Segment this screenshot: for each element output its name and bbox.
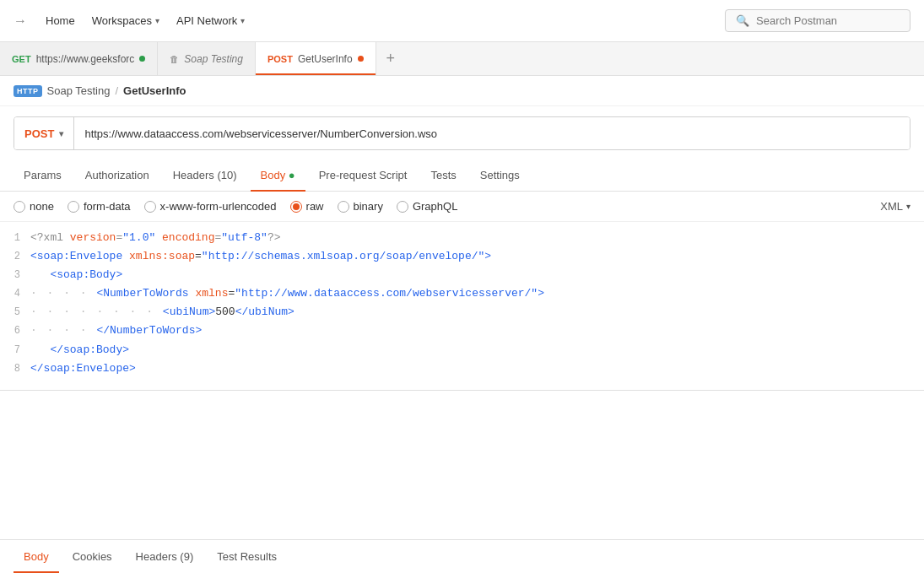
code-editor[interactable]: 1 <?xml version="1.0" encoding="utf-8"?>…: [0, 222, 924, 391]
search-bar[interactable]: 🔍: [725, 9, 910, 32]
request-line: POST ▾: [14, 116, 910, 150]
radio-form-data: [68, 201, 79, 213]
tab-headers[interactable]: Headers (10): [163, 160, 247, 192]
body-type-graphql[interactable]: GraphQL: [397, 200, 457, 213]
home-link[interactable]: Home: [37, 9, 84, 32]
code-line-8: 8 </soap:Envelope>: [0, 359, 924, 378]
method-chevron-icon: ▾: [59, 129, 63, 138]
breadcrumb-collection[interactable]: Soap Testing: [47, 84, 111, 97]
tab-get-user-info[interactable]: POST GetUserInfo: [256, 42, 376, 75]
workspaces-menu[interactable]: Workspaces ▾: [84, 9, 168, 32]
api-network-chevron-icon: ▾: [240, 16, 245, 25]
tab-settings[interactable]: Settings: [470, 160, 530, 192]
xml-selector[interactable]: XML ▾: [880, 200, 910, 213]
response-tab-cookies[interactable]: Cookies: [62, 540, 122, 573]
trash-icon: 🗑: [170, 54, 179, 64]
xml-chevron-icon: ▾: [906, 202, 910, 211]
tab-status-dot: [139, 56, 145, 62]
search-icon: 🔍: [736, 14, 749, 27]
tab-method-label: GET: [12, 54, 31, 64]
radio-urlencoded: [144, 201, 156, 213]
response-tabs: Body Cookies Headers (9) Test Results: [0, 539, 924, 573]
tab-method-label: POST: [267, 54, 293, 64]
breadcrumb-current: GetUserInfo: [123, 84, 186, 97]
response-tab-body[interactable]: Body: [14, 540, 59, 573]
xml-label: XML: [880, 200, 903, 213]
radio-none: [14, 201, 25, 213]
tab-params[interactable]: Params: [14, 160, 72, 192]
body-type-urlencoded[interactable]: x-www-form-urlencoded: [144, 200, 277, 213]
method-selector[interactable]: POST ▾: [14, 117, 74, 149]
workspaces-chevron-icon: ▾: [155, 16, 159, 25]
add-tab-button[interactable]: +: [376, 42, 406, 75]
tab-authorization[interactable]: Authorization: [75, 160, 159, 192]
breadcrumb: HTTP Soap Testing / GetUserInfo: [0, 76, 924, 106]
code-line-3: 3 <soap:Body>: [0, 266, 924, 284]
code-line-1: 1 <?xml version="1.0" encoding="utf-8"?>: [0, 229, 924, 247]
tab-tests[interactable]: Tests: [420, 160, 466, 192]
search-input[interactable]: [756, 14, 900, 27]
code-line-5: 5 · · · · · · · · <ubiNum>500</ubiNum>: [0, 303, 924, 322]
tab-status-dot: [358, 56, 364, 62]
tab-pre-request[interactable]: Pre-request Script: [309, 160, 418, 192]
code-line-7: 7 </soap:Body>: [0, 341, 924, 359]
main-content: HTTP Soap Testing / GetUserInfo POST ▾ P…: [0, 76, 924, 573]
code-line-4: 4 · · · · <NumberToWords xmlns="http://w…: [0, 284, 924, 303]
api-network-menu[interactable]: API Network ▾: [168, 9, 253, 32]
method-label: POST: [24, 127, 54, 140]
body-type-binary[interactable]: binary: [338, 200, 383, 213]
back-button[interactable]: →: [14, 14, 27, 29]
body-type-form-data[interactable]: form-data: [68, 200, 131, 213]
radio-binary: [338, 201, 349, 213]
response-tab-headers[interactable]: Headers (9): [126, 540, 204, 573]
breadcrumb-separator: /: [115, 84, 118, 97]
body-type-none[interactable]: none: [14, 200, 54, 213]
tab-label: Soap Testing: [184, 53, 243, 65]
top-nav: → Home Workspaces ▾ API Network ▾ 🔍: [0, 0, 924, 42]
tab-url: https://www.geeksforc: [36, 53, 135, 65]
http-icon: HTTP: [14, 85, 42, 97]
tab-soap-testing[interactable]: 🗑 Soap Testing: [158, 42, 256, 75]
request-tabs: Params Authorization Headers (10) Body ●…: [0, 160, 924, 192]
radio-graphql: [397, 201, 408, 213]
tab-url: GetUserInfo: [298, 53, 353, 65]
response-tab-test-results[interactable]: Test Results: [207, 540, 287, 573]
url-input[interactable]: [74, 117, 910, 149]
tab-body[interactable]: Body ●: [251, 160, 305, 192]
body-type-row: none form-data x-www-form-urlencoded raw…: [0, 192, 924, 222]
tab-get[interactable]: GET https://www.geeksforc: [0, 42, 158, 75]
body-type-raw[interactable]: raw: [290, 200, 324, 213]
code-line-2: 2 <soap:Envelope xmlns:soap="http://sche…: [0, 247, 924, 266]
tabs-bar: GET https://www.geeksforc 🗑 Soap Testing…: [0, 42, 924, 76]
radio-raw: [290, 201, 302, 213]
code-line-6: 6 · · · · </NumberToWords>: [0, 322, 924, 340]
